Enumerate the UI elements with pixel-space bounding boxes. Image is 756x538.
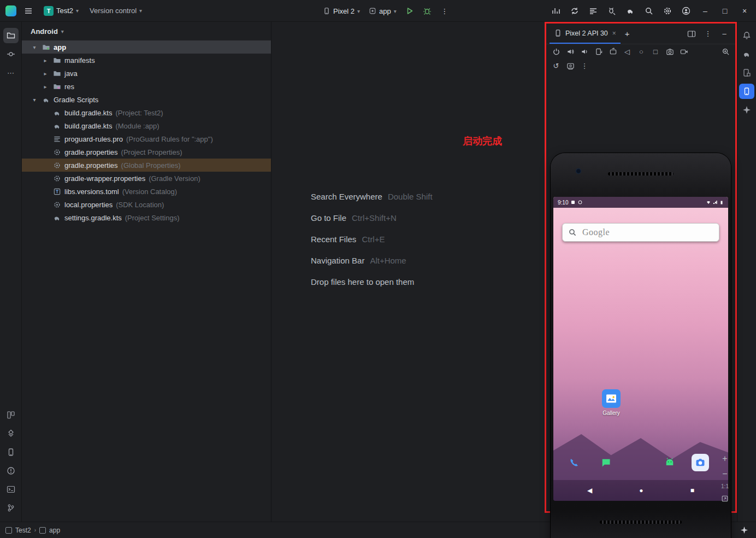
hamburger-icon	[24, 7, 33, 15]
phone-app-icon[interactable]	[565, 454, 583, 471]
main-menu-button[interactable]	[21, 3, 36, 19]
project-view-selector[interactable]: Android ▾	[22, 22, 271, 40]
signal-icon	[713, 200, 717, 204]
tab-close-icon[interactable]: ×	[612, 30, 616, 37]
running-devices-tool-button[interactable]	[739, 84, 754, 99]
nav-back-button[interactable]: ◀	[587, 487, 592, 494]
battery-icon	[719, 200, 724, 204]
tree-item-build-gradle-project[interactable]: build.gradle.kts (Project: Test2)	[22, 106, 271, 119]
gemini-tool-button[interactable]	[739, 102, 754, 118]
messages-app-icon[interactable]	[597, 454, 615, 471]
run-configuration-selector[interactable]: app ▾	[365, 5, 400, 17]
split-view-icon[interactable]	[684, 26, 699, 42]
fit-to-window-icon[interactable]	[719, 493, 731, 505]
screen-record-icon[interactable]	[677, 45, 690, 57]
project-widget[interactable]: T Test2 ▾	[40, 4, 82, 18]
tree-item-manifests[interactable]: ▸ manifests	[22, 54, 271, 67]
device-screen[interactable]: 9:10 Google	[553, 197, 728, 501]
rotate-right-icon[interactable]	[606, 45, 619, 57]
app-inspection-icon[interactable]	[604, 3, 619, 19]
tree-item-build-gradle-module[interactable]: build.gradle.kts (Module :app)	[22, 119, 271, 132]
device-manager-tool-button[interactable]	[3, 445, 19, 460]
device-selector[interactable]: Pixel 2 ▾	[320, 5, 363, 17]
search-everywhere-button[interactable]	[641, 3, 657, 19]
tree-item-res[interactable]: ▸ res	[22, 80, 271, 93]
tree-item-libs-versions-toml[interactable]: libs.versions.toml (Version Catalog)	[22, 185, 271, 198]
tree-item-gradle-scripts[interactable]: ▾ Gradle Scripts	[22, 93, 271, 106]
more-actions-button[interactable]: ⋮	[437, 3, 452, 19]
device-explorer-tool-button[interactable]	[739, 65, 754, 80]
commit-tool-button[interactable]	[3, 46, 19, 62]
profiler-icon[interactable]	[548, 3, 564, 19]
breadcrumb-project[interactable]: Test2	[15, 527, 31, 534]
project-tool-button[interactable]	[3, 28, 19, 43]
emulator-tab[interactable]: Pixel 2 API 30 ×	[550, 24, 621, 44]
emulator-back-button[interactable]: ◁	[621, 45, 634, 57]
shortcut-go-to-file: Go to File Ctrl+Shift+N	[311, 207, 433, 229]
settings-button[interactable]	[660, 3, 675, 19]
tree-item-local-properties[interactable]: local.properties (SDK Location)	[22, 198, 271, 211]
build-variants-tool-button[interactable]	[3, 407, 19, 423]
nav-home-button[interactable]: ●	[639, 487, 643, 494]
logcat-icon[interactable]	[586, 3, 601, 19]
power-icon[interactable]	[550, 45, 563, 57]
breadcrumb-separator-icon: ›	[34, 527, 36, 533]
debug-button[interactable]	[420, 3, 435, 19]
running-devices-panel: Pixel 2 API 30 × + ⋮ –	[545, 22, 737, 513]
problems-tool-button[interactable]	[3, 463, 19, 478]
gradle-tool-button[interactable]	[739, 46, 754, 62]
snapshots-icon[interactable]	[564, 60, 577, 72]
resource-manager-tool-button[interactable]	[3, 426, 19, 441]
volume-down-icon[interactable]	[578, 45, 591, 57]
notifications-tool-button[interactable]	[739, 28, 754, 43]
new-tab-button[interactable]: +	[625, 29, 630, 38]
volume-up-icon[interactable]	[564, 45, 577, 57]
version-control-widget[interactable]: Version control ▾	[86, 4, 145, 17]
gradle-sync-icon[interactable]	[623, 3, 638, 19]
nav-overview-button[interactable]: ■	[690, 487, 694, 494]
window-minimize-button[interactable]: –	[697, 3, 713, 19]
hide-panel-icon[interactable]: –	[717, 26, 732, 42]
tree-item-java[interactable]: ▸ java	[22, 67, 271, 80]
left-tool-strip: ⋯	[0, 22, 22, 522]
google-search-widget[interactable]: Google	[562, 223, 719, 242]
gallery-app-shortcut[interactable]: Gallery	[599, 389, 623, 416]
screenshot-icon[interactable]	[663, 45, 676, 57]
window-maximize-button[interactable]: □	[717, 3, 733, 19]
tree-item-gradle-wrapper-properties[interactable]: gradle-wrapper.properties (Gradle Versio…	[22, 172, 271, 185]
chevron-right-icon[interactable]: ▸	[42, 84, 49, 90]
more-tool-windows-button[interactable]: ⋯	[3, 65, 19, 80]
emulator-overview-button[interactable]: □	[649, 45, 662, 57]
panel-options-icon[interactable]: ⋮	[700, 26, 716, 42]
emulator-home-button[interactable]: ○	[635, 45, 648, 57]
version-control-tool-button[interactable]	[3, 500, 19, 516]
reset-icon[interactable]: ↺	[550, 60, 563, 72]
tree-item-settings-gradle[interactable]: settings.gradle.kts (Project Settings)	[22, 211, 271, 224]
zoom-mode-icon[interactable]	[719, 45, 732, 57]
tree-item-proguard-rules[interactable]: proguard-rules.pro (ProGuard Rules for "…	[22, 132, 271, 145]
apply-changes-icon[interactable]	[567, 3, 582, 19]
breadcrumb-module[interactable]: app	[49, 527, 60, 534]
bell-icon	[742, 31, 751, 40]
earpiece-speaker	[608, 172, 674, 176]
profile-avatar-button[interactable]	[678, 3, 694, 19]
zoom-in-button[interactable]: +	[719, 453, 731, 465]
tree-item-app[interactable]: ▾ app	[22, 40, 271, 54]
camera-app-icon[interactable]	[692, 454, 709, 471]
device-name: Pixel 2	[333, 7, 355, 15]
rotate-left-icon[interactable]	[592, 45, 605, 57]
tree-item-gradle-properties-project[interactable]: gradle.properties (Project Properties)	[22, 145, 271, 159]
tree-item-label: Gradle Scripts	[54, 96, 98, 104]
window-close-button[interactable]: ×	[736, 3, 753, 19]
chevron-right-icon[interactable]: ▸	[42, 71, 49, 77]
emulator-more-icon[interactable]: ⋮	[578, 60, 591, 72]
chevron-down-icon[interactable]: ▾	[31, 44, 38, 50]
android-app-icon[interactable]	[661, 454, 678, 471]
ai-assistant-icon[interactable]	[737, 524, 751, 537]
chevron-down-icon[interactable]: ▾	[31, 97, 38, 103]
terminal-tool-button[interactable]	[3, 482, 19, 497]
run-button[interactable]	[402, 3, 417, 19]
chevron-right-icon[interactable]: ▸	[42, 57, 49, 63]
tree-item-gradle-properties-global[interactable]: gradle.properties (Global Properties)	[22, 159, 271, 172]
zoom-out-button[interactable]: −	[719, 468, 731, 480]
